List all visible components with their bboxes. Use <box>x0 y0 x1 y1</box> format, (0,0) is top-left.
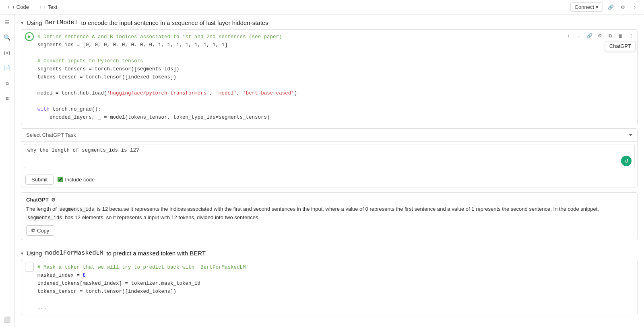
add-code-button[interactable]: + + Code <box>5 3 31 11</box>
cell-up-btn[interactable]: ↑ <box>564 31 573 40</box>
response-text: The length of segments_ids is 12 because… <box>26 205 632 222</box>
sidebar-extensions-icon[interactable]: ⧉ <box>3 79 12 88</box>
section2-collapse-btn[interactable]: ▾ <box>21 251 23 256</box>
section1-code-word: BertModel <box>45 19 78 26</box>
link-icon: 🔗 <box>608 4 614 10</box>
run-btn-area-2 <box>21 260 37 315</box>
toolbar-right: Connect ▾ 🔗 ⚙ › <box>570 2 639 12</box>
response-wrapper: ChatGPT ⚙ The length of segments_ids is … <box>21 192 638 240</box>
cell-trash-btn[interactable]: 🗑 <box>616 31 625 40</box>
cell-inner-1: ▶ # Define sentence A and B indices asso… <box>21 30 637 125</box>
run-btn-area-1: ▶ <box>21 30 37 125</box>
textarea-wrap: why the length of segments_ids is 12? ↺ <box>21 142 637 172</box>
left-sidebar: ☰ 🔍 {x} 📄 ⧉ ≡ ⬜ <box>0 14 14 327</box>
chatgpt-panel: Select ChatGPT Task Explain code Fix cod… <box>21 128 638 187</box>
gear-icon: ⚙ <box>621 4 625 10</box>
up-icon: ↑ <box>567 33 570 39</box>
more-icon: ⋮ <box>629 33 634 39</box>
main-layout: ☰ 🔍 {x} 📄 ⧉ ≡ ⬜ ▾ Using BertModel to enc… <box>0 14 644 327</box>
plus-code-icon: + <box>7 4 10 10</box>
sidebar-list-icon[interactable]: ≡ <box>3 94 12 103</box>
copy-icon: ⧉ <box>609 33 612 39</box>
cell-copy-btn[interactable]: ⧉ <box>606 31 615 40</box>
code-cell-1: ↑ ↓ 🔗 ⚙ ⧉ 🗑 ⋮ ChatGPT ▶ # Define sentenc… <box>21 29 638 125</box>
run-button-1[interactable]: ▶ <box>25 32 34 41</box>
link-icon-btn[interactable]: 🔗 <box>606 3 615 12</box>
trash-icon: 🗑 <box>618 33 623 39</box>
code-content-1: # Define sentence A and B indices associ… <box>37 30 637 125</box>
section2-prefix: Using <box>27 250 42 257</box>
chevron-right-icon: › <box>634 4 636 10</box>
task-select[interactable]: Select ChatGPT Task Explain code Fix cod… <box>21 129 637 142</box>
cell-settings-btn[interactable]: ⚙ <box>595 31 604 40</box>
settings-icon-btn[interactable]: ⚙ <box>618 3 627 12</box>
chatgpt-textarea[interactable]: why the length of segments_ids is 12? <box>24 144 635 168</box>
section2-code-word: modelForMaskedLM <box>45 250 103 257</box>
toolbar-left: + + Code + + Text <box>5 3 60 11</box>
cell-inner-2: # Mask a token that we will try to predi… <box>21 260 637 315</box>
play-icon: ▶ <box>28 35 31 39</box>
chatgpt-tooltip: ChatGPT <box>605 41 636 51</box>
cell-down-btn[interactable]: ↓ <box>574 31 583 40</box>
chevron-down-icon: ▾ <box>596 4 599 10</box>
include-code-label[interactable]: Include code <box>58 177 95 183</box>
run-button-2[interactable] <box>25 263 34 271</box>
content-area: ▾ Using BertModel to encode the input se… <box>14 14 644 327</box>
copy-button[interactable]: ⧉ Copy <box>26 225 54 236</box>
sidebar-terminal-icon[interactable]: ⬜ <box>3 315 12 324</box>
section2-suffix: to predict a masked token with BERT <box>106 250 206 257</box>
response-code1: segments_ids <box>58 207 95 212</box>
expand-icon-btn[interactable]: › <box>630 3 639 12</box>
include-code-checkbox[interactable] <box>58 177 63 182</box>
section2-heading: ▾ Using modelForMaskedLM to predict a ma… <box>14 245 644 260</box>
section1-heading: ▾ Using BertModel to encode the input se… <box>14 14 644 29</box>
chatgpt-send-button[interactable]: ↺ <box>621 156 632 166</box>
code-cell-2: # Mask a token that we will try to predi… <box>21 260 638 315</box>
response-text-before-code1: The length of <box>26 206 58 212</box>
cell-toolbar-1: ↑ ↓ 🔗 ⚙ ⧉ 🗑 ⋮ <box>564 31 636 40</box>
send-icon: ↺ <box>624 158 629 164</box>
copy-label: Copy <box>37 228 49 234</box>
code-content-2: # Mask a token that we will try to predi… <box>37 260 637 315</box>
code-pre-1: # Define sentence A and B indices associ… <box>37 33 634 121</box>
down-icon: ↓ <box>578 33 580 39</box>
section1-prefix: Using <box>27 19 42 26</box>
link-icon: 🔗 <box>586 33 592 39</box>
sidebar-menu-icon[interactable]: ☰ <box>3 18 12 27</box>
top-toolbar: + + Code + + Text Connect ▾ 🔗 ⚙ › <box>0 0 644 14</box>
response-text-after: has 12 elements, so it represents a inpu… <box>63 214 260 220</box>
add-code-label: + Code <box>12 4 29 10</box>
chatgpt-response-title: ChatGPT <box>26 197 49 203</box>
plus-text-icon: + <box>39 4 42 10</box>
submit-button[interactable]: Submit <box>25 175 54 185</box>
response-code2: segments_ids <box>26 215 63 221</box>
copy-icon: ⧉ <box>31 227 35 234</box>
cell-more-btn[interactable]: ⋮ <box>627 31 636 40</box>
gear-icon: ⚙ <box>598 33 602 39</box>
section1-collapse-btn[interactable]: ▾ <box>21 20 23 26</box>
connect-label: Connect <box>575 4 594 10</box>
chatgpt-response-header: ChatGPT ⚙ <box>26 197 632 203</box>
sidebar-search-icon[interactable]: 🔍 <box>3 33 12 42</box>
include-code-text: Include code <box>65 177 95 183</box>
add-text-button[interactable]: + + Text <box>36 3 60 11</box>
add-text-label: + Text <box>43 4 57 10</box>
cell-link-btn[interactable]: 🔗 <box>585 31 594 40</box>
code-pre-2: # Mask a token that we will try to predi… <box>37 263 634 312</box>
sidebar-file-icon[interactable]: 📄 <box>3 64 12 72</box>
response-text-mid1: is 12 because it represents the indices … <box>95 206 599 212</box>
section1-suffix: to encode the input sentence in a sequen… <box>81 19 268 26</box>
connect-button[interactable]: Connect ▾ <box>570 2 603 12</box>
response-settings-icon[interactable]: ⚙ <box>51 197 56 203</box>
chatgpt-actions: Submit Include code <box>21 172 637 187</box>
sidebar-code-icon[interactable]: {x} <box>3 48 12 57</box>
